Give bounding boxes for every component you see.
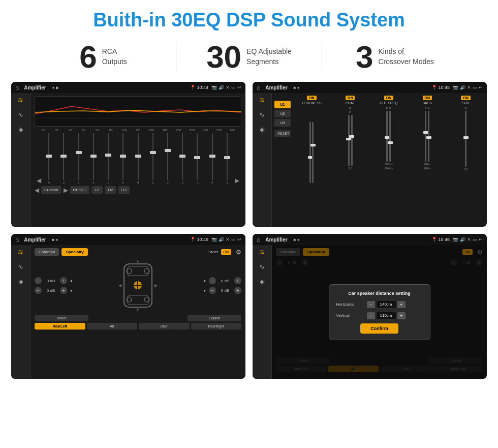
back-icon-1[interactable]: ↩ — [237, 85, 241, 90]
col-bass: ON BASS FG 90Hz 70Hz — [409, 96, 446, 227]
stat-rca: 6 RCAOutputs — [30, 41, 176, 73]
eq-u1-btn[interactable]: U1 — [91, 186, 103, 194]
svg-text:▲: ▲ — [136, 259, 140, 263]
screen-fader-dialog: ⌂ Amplifier ■ ● 📍 10:46 📷 🔊 ✕ ▭ ↩ ≋ ∿ ◈ — [253, 234, 487, 379]
wave-mode-icon-4[interactable]: ∿ — [259, 263, 265, 271]
left-val-1: 0 dB — [43, 279, 58, 283]
sub-on-badge[interactable]: ON — [461, 96, 471, 100]
vertical-value: 110cm — [377, 312, 396, 319]
rearright-btn[interactable]: RearRight — [191, 323, 242, 330]
screen4-sidebar: ≋ ∿ ◈ — [253, 245, 272, 379]
freq-labels: 25 32 40 50 63 80 100 125 160 200 250 32… — [35, 129, 241, 132]
all-btn[interactable]: All — [87, 323, 138, 330]
rearleft-btn[interactable]: RearLeft — [35, 323, 85, 330]
eq-arrow-left[interactable]: ◀ — [37, 177, 41, 184]
phat-on-badge[interactable]: ON — [346, 96, 355, 100]
screen-fader: ⌂ Amplifier ■ ● 📍 10:46 📷 🔊 ✕ ▭ ↩ ≋ ∿ ◈ — [11, 234, 245, 379]
screen3-sidebar: ≋ ∿ ◈ — [11, 245, 30, 379]
eq-slider-7[interactable]: 0 — [131, 133, 145, 184]
stat-number-eq: 30 — [206, 41, 241, 73]
fader-main: − 0 dB + ● − 0 dB + ● — [35, 259, 241, 312]
right-plus-1[interactable]: + — [234, 277, 241, 284]
home-icon-1[interactable]: ⌂ — [15, 84, 19, 91]
eq-slider-8[interactable]: 0 — [146, 133, 160, 184]
eq-slider-13[interactable]: -1 — [220, 133, 234, 184]
eq-custom-btn[interactable]: Custom — [41, 186, 61, 194]
driver-btn[interactable]: Driver — [35, 315, 88, 321]
right-plus-2[interactable]: + — [234, 287, 241, 294]
user-btn[interactable]: User — [139, 323, 190, 330]
eq-mode-icon[interactable]: ≋ — [18, 96, 23, 104]
status-icons-4: 📷 🔊 ✕ ▭ ↩ — [453, 237, 483, 242]
loudness-label: LOUDNESS — [302, 101, 322, 105]
specialty-tab[interactable]: Specialty — [61, 248, 87, 256]
fader-bottom-nav-2: RearLeft All User RearRight — [35, 323, 241, 330]
left-plus-2[interactable]: + — [60, 287, 67, 294]
eq-mode-icon-3[interactable]: ≋ — [18, 248, 23, 256]
right-minus-1[interactable]: − — [209, 277, 216, 284]
eq-mode-icon-4[interactable]: ≋ — [259, 248, 265, 256]
eq-play-right[interactable]: ▶ — [64, 187, 68, 194]
copilot-btn[interactable]: Copilot — [188, 315, 241, 321]
home-icon-4[interactable]: ⌂ — [257, 236, 260, 243]
confirm-button[interactable]: Confirm — [360, 323, 398, 334]
eq-slider-12[interactable]: 0 — [205, 133, 220, 184]
eq-slider-10[interactable]: 0 — [175, 133, 190, 184]
bass-on-badge[interactable]: ON — [423, 96, 432, 100]
eq-mode-icon-2[interactable]: ≋ — [259, 96, 265, 104]
eq-slider-5[interactable]: 0 — [101, 133, 115, 184]
preset-u3-btn[interactable]: U3 — [274, 119, 291, 127]
eq-sliders: ◀ 0 0 5 0 0 0 0 0 0 0 -1 0 -1 — [35, 133, 241, 184]
horizontal-row: Horizontal − 140cm + — [336, 301, 423, 308]
car-top-svg: ▲ ▼ ◀ ▶ — [116, 259, 160, 312]
back-icon-3[interactable]: ↩ — [237, 237, 241, 242]
fader-on-toggle[interactable]: ON — [221, 249, 232, 255]
eq-play-left[interactable]: ◀ — [35, 187, 39, 194]
speaker-mode-icon-3[interactable]: ◈ — [18, 278, 23, 285]
left-minus-1[interactable]: − — [35, 277, 42, 284]
eq-slider-1[interactable]: 0 — [42, 133, 56, 184]
eq-slider-3[interactable]: 5 — [71, 133, 85, 184]
speaker-mode-icon-4[interactable]: ◈ — [260, 278, 265, 285]
back-icon-4[interactable]: ↩ — [479, 237, 483, 242]
wave-mode-icon-3[interactable]: ∿ — [18, 263, 23, 271]
vertical-plus-btn[interactable]: + — [397, 312, 406, 319]
wave-mode-icon-2[interactable]: ∿ — [259, 111, 265, 118]
eq-u3-btn[interactable]: U3 — [118, 186, 130, 194]
eq-slider-11[interactable]: -1 — [190, 133, 204, 184]
screens-grid: ⌂ Amplifier ● ▶ 📍 10:44 📷 🔊 ✕ ▭ ↩ ≋ ∿ ◈ — [0, 80, 498, 384]
wave-mode-icon[interactable]: ∿ — [18, 111, 23, 118]
preset-u2-btn[interactable]: U2 — [274, 110, 291, 117]
svg-text:◀: ◀ — [118, 283, 122, 288]
eq-u2-btn[interactable]: U2 — [105, 186, 116, 194]
crossover-reset-btn[interactable]: RESET — [274, 130, 291, 137]
speaker-mode-icon-2[interactable]: ◈ — [260, 126, 265, 133]
preset-u1-btn[interactable]: U1 — [274, 101, 291, 108]
rect-icon-4: ▭ — [473, 237, 477, 242]
home-icon-2[interactable]: ⌂ — [257, 84, 260, 91]
eq-slider-9[interactable]: 0 — [161, 133, 175, 184]
vertical-minus-btn[interactable]: − — [367, 312, 375, 319]
eq-slider-6[interactable]: 0 — [116, 133, 130, 184]
eq-slider-2[interactable]: 0 — [56, 133, 71, 184]
status-icons-2: 📷 🔊 ✕ ▭ ↩ — [453, 85, 483, 90]
eq-slider-4[interactable]: 0 — [86, 133, 101, 184]
horizontal-plus-btn[interactable]: + — [397, 301, 406, 308]
speaker-mode-icon[interactable]: ◈ — [18, 126, 23, 133]
col-cutfreq: ON CUT FREQ FG 100Hz 80kHz — [370, 96, 408, 227]
horizontal-minus-btn[interactable]: − — [367, 301, 375, 308]
left-plus-1[interactable]: + — [60, 277, 67, 284]
screen1-time: 📍 10:44 — [190, 85, 208, 90]
left-minus-2[interactable]: − — [35, 287, 42, 294]
screen3-fader-panel: Common Specialty Fader ON ⚙ − 0 d — [30, 245, 245, 379]
right-minus-2[interactable]: − — [209, 287, 216, 294]
common-tab[interactable]: Common — [35, 248, 59, 256]
home-icon-3[interactable]: ⌂ — [15, 236, 19, 243]
loudness-on-badge[interactable]: ON — [307, 96, 317, 100]
status-icons-3: 📷 🔊 ✕ ▭ ↩ — [211, 237, 241, 242]
back-icon-2[interactable]: ↩ — [479, 85, 483, 90]
rect-icon-1: ▭ — [231, 85, 236, 90]
cutfreq-on-badge[interactable]: ON — [384, 96, 394, 100]
eq-arrow-right[interactable]: ▶ — [235, 177, 239, 184]
eq-reset-btn[interactable]: RESET — [70, 186, 90, 194]
